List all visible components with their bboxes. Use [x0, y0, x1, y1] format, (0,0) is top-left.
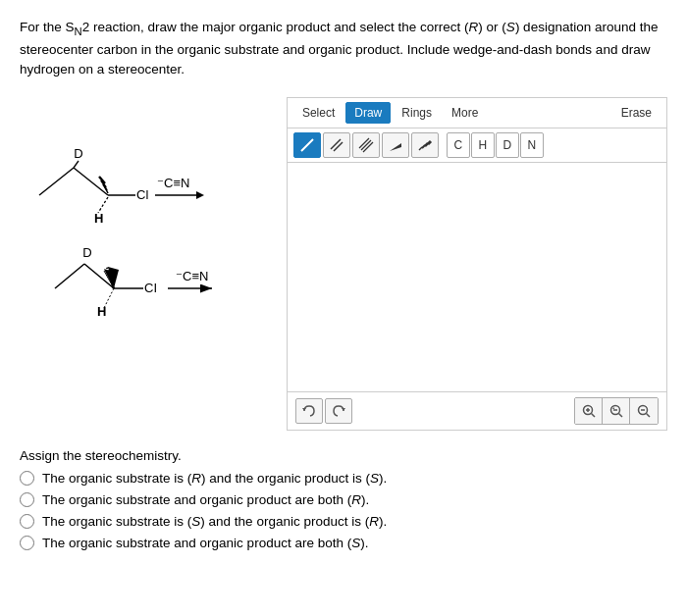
draw-panel: Select Draw Rings More Erase: [287, 97, 667, 431]
zoom-out-btn[interactable]: [630, 398, 658, 424]
svg-line-20: [331, 139, 341, 149]
double-bond-btn[interactable]: [323, 132, 350, 158]
svg-marker-17: [196, 191, 204, 199]
svg-line-35: [591, 414, 595, 418]
undo-btn[interactable]: [295, 398, 323, 424]
triple-bond-btn[interactable]: [352, 132, 380, 158]
svg-marker-25: [390, 143, 401, 151]
carbon-atom-btn[interactable]: C: [447, 132, 470, 158]
bottom-toolbar: [288, 391, 666, 430]
erase-btn[interactable]: Erase: [612, 102, 661, 124]
svg-line-29: [428, 141, 431, 144]
radio-option-0: The organic substrate is (R) and the org…: [20, 471, 667, 486]
molecule-clean: D H Cl ⁻C≡N: [20, 107, 280, 264]
svg-text:Cl: Cl: [136, 187, 148, 202]
redo-btn[interactable]: [325, 398, 352, 424]
svg-line-40: [647, 414, 651, 418]
h-label: H: [97, 304, 106, 319]
main-content: D H CI: [20, 97, 667, 431]
svg-line-3: [39, 168, 74, 195]
stereo-section: Assign the stereochemistry. The organic …: [20, 448, 667, 550]
reagent-label: ⁻C≡N: [176, 269, 208, 283]
svg-text:H: H: [94, 211, 103, 226]
rings-tool-btn[interactable]: Rings: [393, 102, 441, 124]
radio-label-1[interactable]: The organic substrate and organic produc…: [42, 492, 369, 507]
radio-input-2[interactable]: [20, 514, 34, 529]
svg-marker-30: [302, 408, 306, 411]
single-bond-btn[interactable]: [293, 132, 321, 158]
zoom-in-btn[interactable]: [575, 398, 603, 424]
radio-option-1: The organic substrate and organic produc…: [20, 492, 667, 507]
radio-input-0[interactable]: [20, 471, 34, 486]
draw-canvas[interactable]: [288, 163, 666, 391]
undo-redo-group: [295, 398, 352, 424]
svg-line-21: [334, 142, 343, 151]
radio-option-3: The organic substrate and organic produc…: [20, 536, 667, 550]
svg-text:⁻C≡N: ⁻C≡N: [157, 176, 189, 190]
svg-line-19: [301, 139, 313, 151]
zoom-controls: [574, 397, 659, 425]
dash-bond-btn[interactable]: [411, 132, 439, 158]
svg-line-37: [618, 414, 622, 418]
radio-label-3[interactable]: The organic substrate and organic produc…: [42, 536, 368, 550]
deuterium-atom-btn[interactable]: D: [496, 132, 519, 158]
draw-icons-row: C H D N: [288, 128, 666, 163]
radio-label-2[interactable]: The organic substrate is (S) and the org…: [42, 514, 387, 529]
nitrogen-atom-btn[interactable]: N: [520, 132, 544, 158]
svg-line-6: [74, 161, 79, 168]
wedge-bond-btn[interactable]: [382, 132, 409, 158]
svg-text:D: D: [74, 146, 82, 161]
select-tool-btn[interactable]: Select: [293, 102, 344, 124]
question-text: For the SN2 reaction, draw the major org…: [20, 18, 667, 79]
radio-label-0[interactable]: The organic substrate is (R) and the org…: [42, 471, 387, 486]
radio-input-3[interactable]: [20, 536, 34, 550]
draw-tool-btn[interactable]: Draw: [345, 102, 391, 124]
svg-line-0: [55, 264, 84, 288]
zoom-reset-btn[interactable]: [603, 398, 630, 424]
svg-marker-31: [342, 408, 345, 411]
radio-input-1[interactable]: [20, 492, 34, 507]
molecule-area: D H CI: [20, 97, 277, 431]
toolbar-row: Select Draw Rings More Erase: [288, 98, 666, 128]
cl-label: CI: [144, 281, 157, 295]
stereo-title: Assign the stereochemistry.: [20, 448, 667, 463]
hydrogen-atom-btn[interactable]: H: [471, 132, 495, 158]
radio-option-2: The organic substrate is (S) and the org…: [20, 514, 667, 529]
more-tool-btn[interactable]: More: [443, 102, 487, 124]
